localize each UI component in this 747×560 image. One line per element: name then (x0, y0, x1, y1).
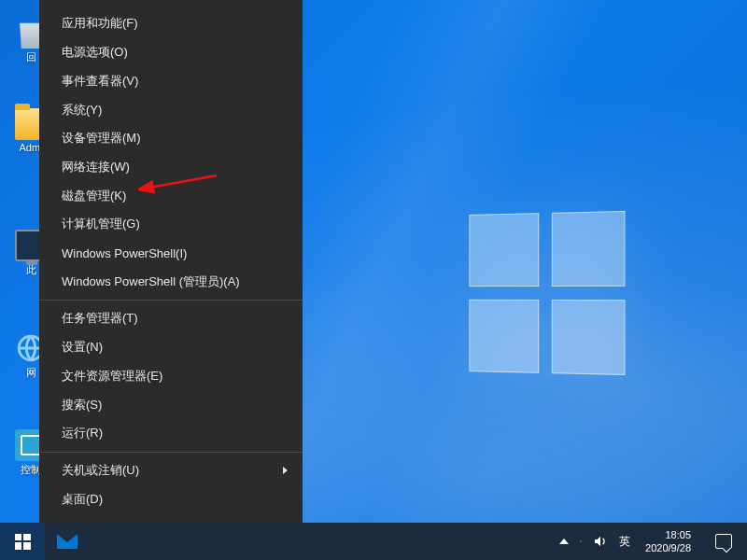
menu-item-label: 计算机管理(G) (62, 216, 140, 232)
menu-item-system[interactable]: 系统(Y) (39, 95, 303, 124)
menu-item-label: 网络连接(W) (62, 159, 130, 175)
clock-time: 18:05 (665, 528, 691, 541)
menu-item-label: 应用和功能(F) (62, 15, 138, 32)
action-center-icon[interactable] (700, 523, 747, 560)
wallpaper-windows-logo (469, 211, 625, 375)
taskbar: 英 18:05 2020/9/28 (0, 523, 747, 560)
clock-date: 2020/9/28 (645, 541, 691, 554)
menu-item-event-viewer[interactable]: 事件查看器(V) (39, 66, 303, 95)
menu-item-label: 文件资源管理器(E) (62, 368, 162, 385)
menu-item-power-options[interactable]: 电源选项(O) (39, 38, 303, 67)
menu-item-settings[interactable]: 设置(N) (39, 333, 303, 362)
menu-item-device-manager[interactable]: 设备管理器(M) (39, 124, 303, 153)
menu-item-disk-management[interactable]: 磁盘管理(K) (39, 181, 303, 210)
menu-item-label: 关机或注销(U) (62, 462, 139, 479)
menu-item-windows-powershell[interactable]: Windows PowerShell(I) (39, 239, 303, 268)
taskbar-clock[interactable]: 18:05 2020/9/28 (636, 528, 700, 554)
menu-item-label: 设置(N) (62, 339, 103, 356)
menu-item-label: 运行(R) (62, 425, 103, 441)
menu-item-label: Windows PowerShell (管理员)(A) (62, 273, 240, 290)
menu-separator (39, 300, 303, 301)
menu-item-desktop[interactable]: 桌面(D) (39, 484, 303, 513)
taskbar-mail[interactable] (45, 523, 90, 560)
menu-item-shutdown-signout[interactable]: 关机或注销(U) (39, 456, 303, 485)
menu-item-label: 搜索(S) (62, 397, 102, 413)
tray-overflow[interactable] (554, 523, 574, 560)
menu-item-search[interactable]: 搜索(S) (39, 390, 303, 419)
menu-item-label: 桌面(D) (62, 491, 103, 508)
winx-context-menu: 应用和功能(F)电源选项(O)事件查看器(V)系统(Y)设备管理器(M)网络连接… (39, 0, 303, 523)
menu-item-task-manager[interactable]: 任务管理器(T) (39, 304, 303, 333)
network-icon[interactable] (574, 535, 587, 548)
menu-separator (39, 452, 303, 453)
menu-item-label: Windows PowerShell(I) (62, 246, 187, 260)
menu-item-apps-features[interactable]: 应用和功能(F) (39, 9, 303, 38)
menu-item-label: 电源选项(O) (62, 44, 128, 61)
menu-item-run[interactable]: 运行(R) (39, 419, 303, 448)
volume-icon[interactable] (587, 523, 613, 560)
system-tray: 英 18:05 2020/9/28 (554, 523, 747, 560)
menu-item-label: 任务管理器(T) (62, 310, 138, 327)
start-button[interactable] (0, 523, 45, 560)
ime-indicator[interactable]: 英 (613, 523, 636, 560)
menu-item-label: 磁盘管理(K) (62, 188, 126, 204)
menu-item-file-explorer[interactable]: 文件资源管理器(E) (39, 362, 303, 391)
menu-item-windows-powershell-admin[interactable]: Windows PowerShell (管理员)(A) (39, 267, 303, 296)
menu-item-network-connections[interactable]: 网络连接(W) (39, 153, 303, 182)
menu-item-label: 设备管理器(M) (62, 130, 141, 147)
menu-item-label: 系统(Y) (62, 102, 102, 119)
menu-item-computer-management[interactable]: 计算机管理(G) (39, 210, 303, 239)
menu-item-label: 事件查看器(V) (62, 73, 138, 90)
